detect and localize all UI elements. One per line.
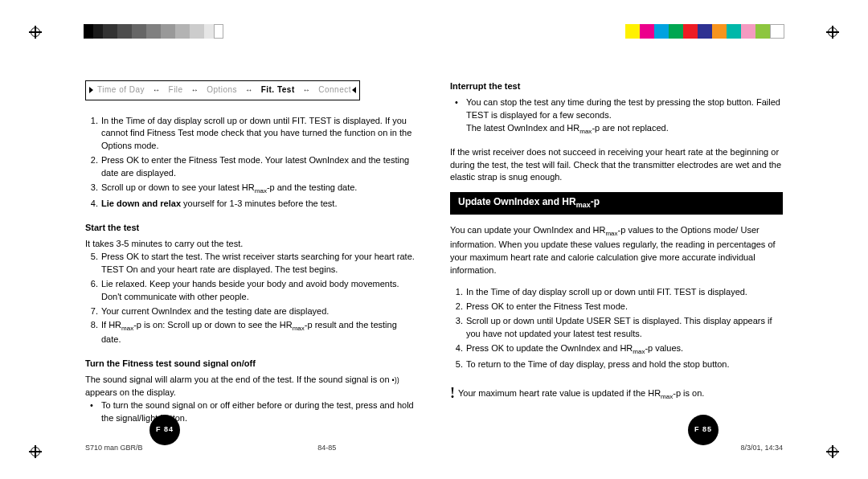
warning-icon: !	[450, 383, 455, 403]
nav-item: Time of Day	[97, 84, 145, 96]
warning-note: !Your maximum heart rate value is update…	[450, 383, 783, 403]
start-test-steps-list: 5.Press OK to start the test. The wrist …	[85, 251, 418, 346]
list-item: 6.Lie relaxed. Keep your hands beside yo…	[100, 278, 418, 304]
list-item: 8.If HRmax-p is on: Scroll up or down to…	[100, 319, 418, 346]
page-left: Time of Day↔File↔Options↔Fit. Test↔Conne…	[85, 80, 418, 427]
list-item: 4.Lie down and relax yourself for 1-3 mi…	[100, 198, 418, 211]
list-item: 4.Press OK to update the OwnIndex and HR…	[465, 342, 783, 357]
list-item: 1.In the Time of day display scroll up o…	[100, 115, 418, 154]
list-item: 7.Your current OwnIndex and the testing …	[100, 305, 418, 318]
list-item: 2.Press OK to enter the Fitness Test mod…	[100, 154, 418, 180]
list-item: 3.Scroll up or down to see your latest H…	[100, 182, 418, 196]
footer-date: 8/3/01, 14:34	[551, 443, 783, 453]
list-item: 2.Press OK to enter the Fitness Test mod…	[465, 301, 783, 313]
sound-signal-intro: The sound signal will alarm you at the e…	[85, 374, 418, 399]
registration-mark-icon	[29, 26, 42, 39]
arrow-icon: ↔	[303, 85, 311, 96]
registration-mark-icon	[29, 445, 42, 458]
interrupt-bullets: You can stop the test any time during th…	[450, 96, 783, 137]
interrupt-note: If the wrist receiver does not succeed i…	[450, 146, 783, 185]
registration-mark-icon	[826, 26, 839, 39]
list-item: You can stop the test any time during th…	[465, 96, 783, 137]
mode-nav-box: Time of Day↔File↔Options↔Fit. Test↔Conne…	[85, 80, 360, 100]
page-right: Interrupt the test You can stop the test…	[450, 80, 783, 427]
nav-item: File	[169, 84, 183, 96]
setup-steps-list: 1.In the Time of day display scroll up o…	[85, 115, 418, 211]
nav-item: Fit. Test	[261, 84, 295, 96]
page-number-badge: F 84	[149, 415, 180, 445]
grayscale-colorbar	[84, 24, 223, 39]
start-test-intro: It takes 3-5 minutes to carry out the te…	[85, 238, 418, 251]
print-footer: S710 man GBR/B 84-85 8/3/01, 14:34	[85, 443, 783, 453]
arrow-icon: ↔	[191, 85, 199, 96]
update-intro: You can update your OwnIndex and HRmax-p…	[450, 224, 783, 277]
page-number-badge: F 85	[688, 415, 719, 445]
start-test-heading: Start the test	[85, 222, 418, 235]
list-item: 5.Press OK to start the test. The wrist …	[100, 251, 418, 276]
update-steps-list: 1.In the Time of day display scroll up o…	[450, 286, 783, 371]
sound-icon: •))	[392, 375, 399, 386]
list-item: 1.In the Time of day display scroll up o…	[465, 286, 783, 299]
list-item: To turn the sound signal on or off eithe…	[100, 399, 418, 425]
list-item: 5.To return to the Time of day display, …	[465, 358, 783, 371]
arrow-icon: ↔	[245, 85, 253, 96]
sound-signal-bullets: To turn the sound signal on or off eithe…	[85, 399, 418, 425]
nav-item: Connect	[318, 84, 351, 96]
interrupt-heading: Interrupt the test	[450, 80, 783, 93]
cmyk-colorbar	[625, 24, 784, 39]
nav-item: Options	[207, 84, 237, 96]
update-section-bar: Update OwnIndex and HRmax-p	[450, 192, 783, 214]
footer-doc-name: S710 man GBR/B	[85, 443, 317, 453]
registration-mark-icon	[826, 445, 839, 458]
arrow-icon: ↔	[153, 85, 161, 96]
sound-signal-heading: Turn the Fitness test sound signal on/of…	[85, 358, 418, 371]
list-item: 3.Scroll up or down until Update USER SE…	[465, 315, 783, 341]
footer-page-range: 84-85	[317, 443, 550, 453]
